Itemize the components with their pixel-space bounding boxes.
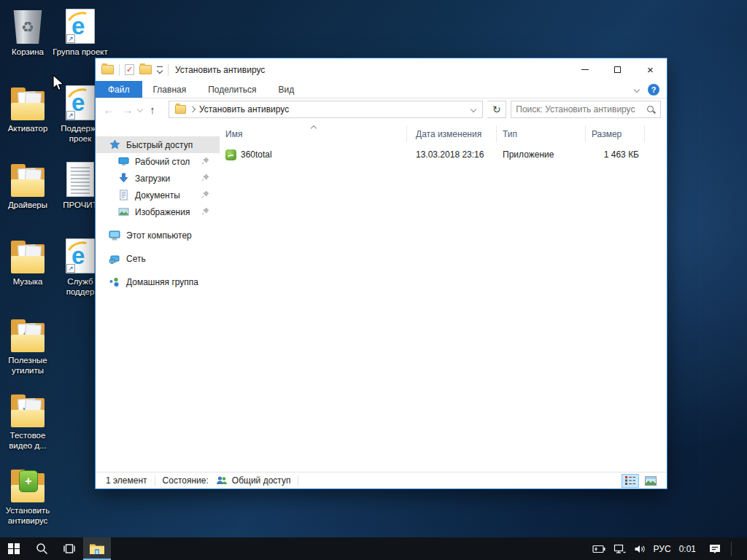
sidebar-item-desktop[interactable]: Рабочий стол [96, 153, 220, 170]
details-view-button[interactable] [622, 474, 639, 488]
file-row-360total[interactable]: 360total 13.03.2018 23:16 Приложение 1 4… [221, 147, 645, 163]
breadcrumb[interactable]: Установить антивирус [199, 104, 289, 114]
close-button[interactable]: × [634, 58, 667, 81]
network-icon [109, 253, 120, 265]
column-header-size[interactable]: Размер [586, 125, 645, 142]
thumbnails-view-button[interactable] [642, 474, 659, 488]
status-bar: 1 элемент Состояние: Общий доступ [96, 472, 667, 489]
desktop-icon-small [117, 156, 129, 168]
internet-explorer-icon: e↗ [66, 238, 95, 273]
text-document-icon [66, 162, 94, 197]
homegroup-icon [109, 276, 120, 288]
show-desktop-button[interactable] [740, 537, 744, 560]
tab-home[interactable]: Главная [142, 81, 198, 98]
navigation-pane: Быстрый доступ Рабочий стол Загрузки [96, 120, 220, 472]
window-title: Установить антивирус [175, 65, 265, 75]
window-folder-icon [101, 65, 114, 74]
action-center-icon[interactable] [708, 543, 721, 555]
internet-explorer-icon: e↗ [66, 9, 95, 44]
task-view-button[interactable] [55, 537, 83, 560]
refresh-button[interactable]: ↻ [487, 101, 506, 118]
volume-icon[interactable] [634, 544, 646, 554]
back-button[interactable]: ← [101, 104, 116, 116]
desktop-icon-test-video[interactable]: ▶ Тестовое видео д... [0, 389, 55, 451]
video-folder-icon: ▶ [10, 398, 45, 427]
address-bar[interactable]: Установить антивирус [169, 101, 483, 118]
pin-icon [201, 157, 209, 167]
tab-file[interactable]: Файл [96, 81, 142, 98]
pin-icon [201, 207, 209, 217]
file-explorer-icon [89, 542, 105, 555]
recent-locations-icon[interactable] [137, 106, 143, 112]
desktop-icon-useful-utilities[interactable]: ⚙ Полезные утилиты [0, 314, 55, 376]
computer-icon [109, 230, 120, 241]
sidebar-item-homegroup[interactable]: Домашняя группа [96, 273, 220, 290]
desktop-icon-drivers[interactable]: Драйверы [0, 159, 55, 210]
file-explorer-taskbar-button[interactable] [83, 537, 111, 560]
minimize-button[interactable] [568, 58, 601, 81]
up-button[interactable]: ↑ [145, 104, 160, 116]
antivirus-badge-icon: + [19, 470, 38, 492]
column-header-date[interactable]: Дата изменения [407, 125, 497, 142]
forward-button[interactable]: → [120, 104, 135, 116]
pin-icon [201, 174, 209, 184]
search-icon[interactable] [646, 105, 656, 114]
column-header-name[interactable]: Имя [221, 125, 407, 142]
desktop-icon-group-project[interactable]: e↗ Группа проект [53, 6, 108, 57]
customize-toolbar-button[interactable] [157, 66, 163, 74]
tab-share[interactable]: Поделиться [197, 81, 267, 98]
address-dropdown-icon[interactable] [465, 101, 482, 117]
sidebar-item-pictures[interactable]: Изображения [96, 203, 220, 220]
ribbon-tabs: Файл Главная Поделиться Вид ? [96, 81, 667, 98]
internet-explorer-icon: e↗ [66, 85, 95, 120]
properties-button[interactable] [125, 64, 134, 75]
file-type: Приложение [497, 149, 586, 160]
column-headers: Имя Дата изменения Тип Размер [221, 125, 645, 142]
documents-icon [117, 190, 129, 201]
help-icon[interactable]: ? [648, 84, 659, 96]
sidebar-item-quick-access[interactable]: Быстрый доступ [96, 136, 220, 153]
task-view-icon [63, 543, 76, 554]
taskbar: РУС 0:01 [0, 537, 747, 560]
maximize-button[interactable] [601, 58, 634, 81]
window-controls: × [568, 58, 667, 81]
breadcrumb-chevron-icon[interactable] [190, 106, 196, 112]
language-indicator[interactable]: РУС [654, 544, 671, 554]
application-icon [225, 149, 236, 160]
new-folder-button[interactable] [139, 65, 152, 74]
state-label: Состояние: [163, 475, 209, 486]
shared-people-icon [216, 475, 228, 486]
network-icon[interactable] [614, 544, 626, 554]
sidebar-item-documents[interactable]: Документы [96, 187, 220, 203]
taskbar-search-button[interactable] [28, 537, 55, 560]
collapse-ribbon-icon[interactable] [634, 86, 640, 92]
desktop-icon-install-antivirus[interactable]: + Установить антивирус [0, 464, 55, 526]
pictures-icon [117, 206, 129, 218]
file-date: 13.03.2018 23:16 [407, 149, 497, 160]
search-input[interactable] [516, 104, 646, 114]
sidebar-item-this-pc[interactable]: Этот компьютер [96, 227, 220, 244]
antivirus-folder-icon: + [10, 473, 45, 502]
maximize-icon [614, 66, 621, 73]
downloads-icon [117, 173, 129, 184]
battery-icon[interactable] [591, 545, 605, 553]
title-bar: Установить антивирус × [96, 58, 667, 81]
search-box[interactable] [511, 101, 661, 118]
clock[interactable]: 0:01 [679, 544, 696, 554]
quick-access-toolbar: Установить антивирус [96, 64, 265, 76]
address-folder-icon [175, 105, 186, 114]
start-button[interactable] [0, 537, 28, 560]
desktop-icon-activator[interactable]: Активатор [0, 82, 55, 133]
view-toggles [622, 474, 667, 488]
sidebar-item-downloads[interactable]: Загрузки [96, 170, 220, 187]
explorer-window: Установить антивирус × Файл Главная Поде… [95, 58, 667, 489]
desktop-icon-music[interactable]: ♪ Музыка [0, 236, 55, 287]
pin-icon [201, 190, 209, 201]
column-header-type[interactable]: Тип [497, 125, 586, 142]
sidebar-item-network[interactable]: Сеть [96, 250, 220, 267]
tab-view[interactable]: Вид [267, 81, 305, 98]
desktop-icon-recycle-bin[interactable]: ♻ Корзина [0, 6, 55, 57]
desktop: ♻ Корзина e↗ Группа проект Активатор e↗ … [0, 0, 747, 560]
music-folder-icon: ♪ [10, 244, 45, 273]
window-content: Быстрый доступ Рабочий стол Загрузки [96, 120, 667, 472]
